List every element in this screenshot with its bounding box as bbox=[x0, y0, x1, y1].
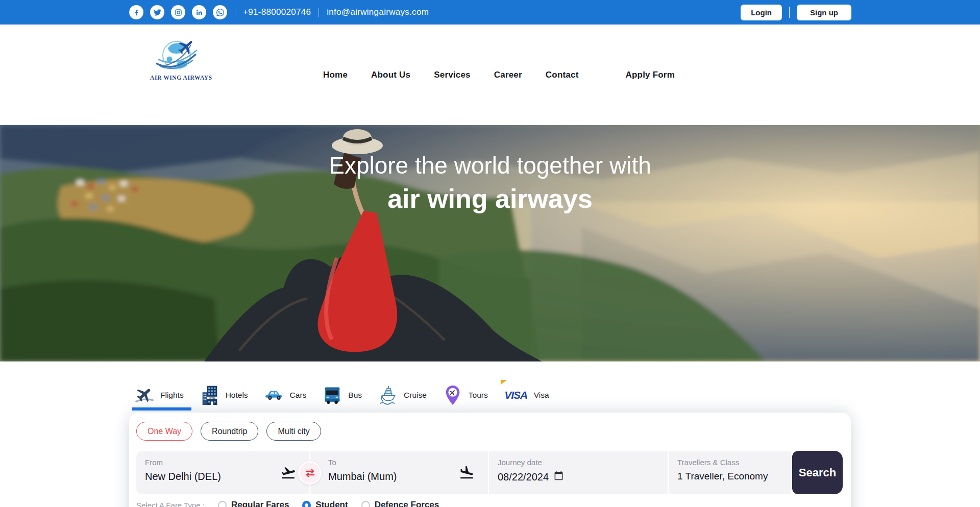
logo-text: AIR WING AIRWAYS bbox=[150, 75, 203, 81]
flight-takeoff-icon bbox=[280, 465, 296, 480]
travellers-value: 1 Traveller, Economy bbox=[677, 471, 791, 482]
auth-divider bbox=[789, 7, 790, 18]
tab-bus-label: Bus bbox=[348, 391, 362, 400]
hero-title-line2: air wing airways bbox=[0, 181, 980, 216]
tab-hotels-label: Hotels bbox=[226, 391, 248, 400]
page: +91-8800020746 info@airwingairways.com L… bbox=[0, 0, 980, 507]
visa-flare bbox=[501, 380, 507, 384]
journey-date-value: 08/22/2024 bbox=[498, 471, 549, 483]
topbar-divider bbox=[318, 8, 319, 17]
bus-icon bbox=[321, 382, 344, 408]
whatsapp-icon[interactable] bbox=[213, 5, 227, 19]
social-links bbox=[129, 5, 227, 19]
login-button[interactable]: Login bbox=[741, 5, 782, 20]
topbar-divider bbox=[235, 8, 235, 17]
tab-flights-label: Flights bbox=[160, 391, 184, 400]
topbar: +91-8800020746 info@airwingairways.com L… bbox=[0, 0, 980, 25]
fare-type-row: Select A Fare Type : Regular Fares Stude… bbox=[136, 500, 844, 507]
fare-option-student-label: Student bbox=[315, 500, 348, 507]
journey-date-label: Journey date bbox=[498, 458, 668, 467]
flights-icon bbox=[133, 382, 156, 408]
tab-cruise-label: Cruise bbox=[404, 391, 427, 400]
tab-cruise[interactable]: Cruise bbox=[376, 382, 434, 408]
nav-contact[interactable]: Contact bbox=[546, 70, 579, 80]
hero-text: Explore the world together with air wing… bbox=[0, 150, 980, 216]
fare-option-student[interactable]: Student bbox=[302, 500, 348, 507]
nav-home[interactable]: Home bbox=[323, 70, 348, 80]
trip-type-one-way[interactable]: One Way bbox=[136, 422, 192, 441]
topbar-left: +91-8800020746 info@airwingairways.com bbox=[129, 5, 429, 19]
airline-globe-logo-icon bbox=[150, 34, 203, 78]
trip-type-multi-city[interactable]: Multi city bbox=[266, 422, 321, 441]
booking-tabs: Flights HOTEL Hotels bbox=[132, 382, 563, 408]
journey-date-field[interactable]: Journey date 08/22/2024 bbox=[489, 451, 668, 494]
logo[interactable]: AIR WING AIRWAYS bbox=[150, 34, 203, 81]
instagram-icon[interactable] bbox=[171, 5, 185, 19]
linkedin-icon[interactable] bbox=[192, 5, 206, 19]
topbar-right: Login Sign up bbox=[741, 5, 851, 20]
travellers-class-field[interactable]: Travellers & Class 1 Traveller, Economy bbox=[669, 451, 791, 494]
hotels-icon: HOTEL bbox=[199, 382, 221, 408]
to-field[interactable]: To Mumbai (Mum) bbox=[310, 451, 488, 494]
cruise-icon bbox=[377, 382, 399, 408]
cars-icon bbox=[263, 382, 285, 408]
fare-option-regular-label: Regular Fares bbox=[231, 500, 289, 507]
flight-land-icon bbox=[459, 465, 475, 480]
phone-link[interactable]: +91-8800020746 bbox=[243, 7, 311, 17]
fare-option-defence-label: Defence Forces bbox=[375, 500, 439, 507]
tab-bus[interactable]: Bus bbox=[320, 382, 369, 408]
radio-unchecked-icon[interactable] bbox=[218, 501, 227, 507]
radio-checked-icon[interactable] bbox=[302, 501, 311, 507]
email-link[interactable]: info@airwingairways.com bbox=[327, 7, 429, 17]
calendar-icon[interactable] bbox=[554, 471, 564, 483]
main-header: AIR WING AIRWAYS Home About Us Services … bbox=[0, 25, 980, 125]
fare-option-regular[interactable]: Regular Fares bbox=[218, 500, 289, 507]
nav-career[interactable]: Career bbox=[494, 70, 522, 80]
visa-icon: VISA bbox=[503, 382, 529, 408]
signup-button[interactable]: Sign up bbox=[797, 5, 851, 20]
tab-flights[interactable]: Flights bbox=[132, 382, 191, 408]
trip-type-selector: One Way Roundtrip Multi city bbox=[136, 422, 844, 441]
tab-visa[interactable]: VISA Visa bbox=[502, 382, 556, 408]
facebook-icon[interactable] bbox=[129, 5, 143, 19]
radio-unchecked-icon[interactable] bbox=[361, 501, 370, 507]
fare-type-label: Select A Fare Type : bbox=[136, 501, 205, 507]
travellers-label: Travellers & Class bbox=[677, 458, 791, 467]
nav-about-us[interactable]: About Us bbox=[371, 70, 410, 80]
swap-horizontal-icon[interactable] bbox=[298, 461, 322, 485]
tab-tours[interactable]: Tours bbox=[440, 382, 495, 408]
booking-card: One Way Roundtrip Multi city From New De… bbox=[129, 413, 851, 507]
nav-services[interactable]: Services bbox=[434, 70, 471, 80]
tours-icon bbox=[442, 382, 464, 408]
nav-apply-form[interactable]: Apply Form bbox=[626, 70, 675, 80]
fare-option-defence[interactable]: Defence Forces bbox=[361, 500, 439, 507]
search-fields: From New Delhi (DEL) To Mumbai (Mum) bbox=[136, 451, 844, 494]
hero-banner: Explore the world together with air wing… bbox=[0, 125, 980, 361]
search-button[interactable]: Search bbox=[792, 451, 843, 494]
twitter-icon[interactable] bbox=[150, 5, 164, 19]
hero-title-line1: Explore the world together with bbox=[0, 150, 980, 181]
trip-type-roundtrip[interactable]: Roundtrip bbox=[201, 422, 258, 441]
tab-hotels[interactable]: HOTEL Hotels bbox=[198, 382, 255, 408]
tab-visa-label: Visa bbox=[534, 391, 549, 400]
from-field[interactable]: From New Delhi (DEL) bbox=[136, 451, 309, 494]
tab-tours-label: Tours bbox=[469, 391, 488, 400]
tab-cars-label: Cars bbox=[290, 391, 307, 400]
svg-text:HOTEL: HOTEL bbox=[209, 397, 216, 399]
tab-cars[interactable]: Cars bbox=[262, 382, 314, 408]
main-nav: Home About Us Services Career Contact Ap… bbox=[323, 25, 675, 125]
